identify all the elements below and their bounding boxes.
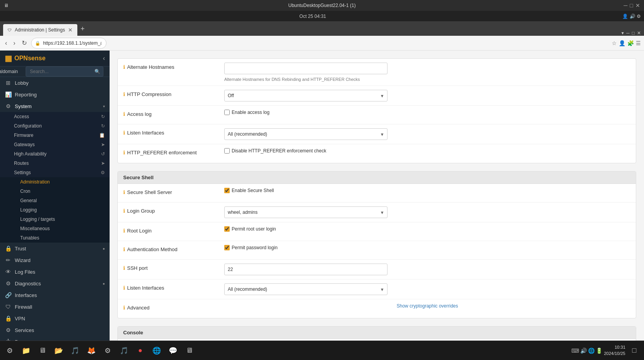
alternate-hostnames-hint: Alternate Hostnames for DNS Rebinding an… — [224, 77, 630, 82]
taskbar-chat-button[interactable]: 💬 — [166, 343, 180, 358]
http-referer-control: Disable HTTP_REFERER enforcement check — [224, 148, 630, 154]
listen-interfaces-info-icon[interactable]: ℹ — [123, 130, 125, 136]
ssh-port-info-icon[interactable]: ℹ — [123, 265, 125, 271]
taskbar-firefox-button[interactable]: 🦊 — [84, 343, 99, 358]
wizard-icon: ✏ — [5, 257, 12, 263]
new-tab-button[interactable]: + — [77, 25, 88, 33]
sidebar-item-access[interactable]: Access ↻ — [0, 112, 110, 121]
taskbar-media-button[interactable]: 🎵 — [117, 343, 131, 358]
sidebar-item-trust[interactable]: 🔒 Trust ● — [0, 243, 110, 254]
taskbar-clock[interactable]: 10:31 2024/10/25 — [604, 344, 625, 357]
taskbar-browser-button[interactable]: 🌐 — [149, 343, 164, 358]
access-log-checkbox[interactable] — [224, 110, 230, 115]
minimize-icon[interactable]: ─ — [624, 2, 628, 9]
address-bar[interactable] — [31, 38, 106, 49]
alternate-hostnames-label-text: Alternate Hostnames — [127, 64, 174, 70]
sidebar-item-gateways[interactable]: Gateways ➤ — [0, 140, 110, 149]
taskbar-music-button[interactable]: 🎵 — [68, 343, 82, 358]
sidebar-item-logging-targets[interactable]: Logging / targets — [0, 215, 110, 224]
http-referer-checkbox[interactable] — [224, 148, 230, 154]
taskbar-monitor-button[interactable]: 🖥 — [182, 343, 197, 358]
sidebar-item-reporting[interactable]: 📊 Reporting — [0, 89, 110, 100]
ssh-port-input[interactable] — [224, 264, 387, 275]
ssh-listen-select[interactable]: All (recommended) LAN — [224, 283, 387, 295]
sidebar-item-settings[interactable]: Settings ⚙ — [0, 168, 110, 177]
show-desktop-button[interactable]: □ — [627, 343, 642, 358]
sidebar-item-interfaces[interactable]: 🔗 Interfaces — [0, 289, 110, 301]
tab-close-button[interactable]: ✕ — [68, 27, 73, 33]
advanced-info-icon[interactable]: ℹ — [123, 305, 125, 311]
forward-button[interactable]: › — [11, 38, 17, 48]
tray-volume-icon[interactable]: 🔊 — [580, 348, 587, 354]
sidebar-item-general[interactable]: General — [0, 196, 110, 205]
sidebar-item-firmware[interactable]: Firmware 📋 — [0, 131, 110, 140]
close-icon[interactable]: ✕ — [635, 2, 640, 9]
sidebar-item-firewall[interactable]: 🛡 Firewall — [0, 301, 110, 313]
sidebar-item-routes[interactable]: Routes ➤ — [0, 159, 110, 168]
tray-network-icon[interactable]: 🌐 — [588, 348, 595, 354]
taskbar-files-button[interactable]: 📁 — [19, 343, 33, 358]
taskbar-apps-button[interactable]: ⚙ — [2, 343, 17, 358]
root-login-checkbox[interactable] — [224, 226, 230, 232]
http-referer-info-icon[interactable]: ℹ — [123, 150, 125, 156]
login-group-row: ℹ Login Group wheel, admins wheel admins — [118, 203, 636, 222]
sidebar-item-miscellaneous[interactable]: Miscellaneous — [0, 224, 110, 233]
ssh-server-info-icon[interactable]: ℹ — [123, 189, 125, 195]
sidebar-item-vpn[interactable]: 🔒 VPN — [0, 313, 110, 324]
sidebar-item-cron[interactable]: Cron — [0, 187, 110, 196]
extensions-icon[interactable]: 🧩 — [627, 40, 634, 46]
auth-method-checkbox[interactable] — [224, 245, 230, 250]
access-log-info-icon[interactable]: ℹ — [123, 111, 125, 117]
root-login-info-icon[interactable]: ℹ — [123, 228, 125, 234]
reload-button[interactable]: ↻ — [20, 38, 29, 48]
minimize-browser-icon[interactable]: ─ — [626, 30, 630, 36]
sidebar-item-services[interactable]: ⚙ Services — [0, 324, 110, 336]
tab-favicon: 🛡 — [8, 28, 12, 32]
sidebar-item-lobby[interactable]: ⊞ Lobby — [0, 77, 110, 89]
close-browser-icon[interactable]: ✕ — [637, 30, 641, 36]
taskbar-folder-button[interactable]: 📂 — [51, 343, 66, 358]
sidebar-item-system[interactable]: ⚙ System ▾ — [0, 100, 110, 112]
vpn-icon: 🔒 — [5, 315, 12, 322]
sidebar-item-diagnostics[interactable]: ⚙ Diagnostics ● — [0, 278, 110, 289]
search-input[interactable] — [26, 66, 103, 77]
alternate-hostnames-input[interactable] — [224, 63, 387, 74]
listen-interfaces-select[interactable]: All (recommended) LAN WAN — [224, 128, 387, 140]
taskbar-terminal-button[interactable]: 🖥 — [35, 343, 50, 358]
restore-browser-icon[interactable]: □ — [632, 30, 635, 36]
show-crypto-button[interactable]: Show cryptographic overrides — [224, 303, 630, 309]
ha-icon: ↺ — [101, 151, 105, 157]
http-compression-info-icon[interactable]: ℹ — [123, 91, 125, 97]
sidebar-item-power[interactable]: ⏻ Power — [0, 336, 110, 341]
taskbar-record-button[interactable]: ● — [133, 343, 148, 358]
sidebar-item-configuration[interactable]: Configuration ↻ — [0, 121, 110, 131]
account-icon[interactable]: 👤 — [619, 40, 625, 46]
http-referer-label: ℹ HTTP_REFERER enforcement — [123, 148, 224, 156]
login-group-select[interactable]: wheel, admins wheel admins — [224, 206, 387, 218]
ssh-listen-label: ℹ Listen Interfaces — [123, 283, 224, 291]
sidebar-item-administration[interactable]: Administration — [0, 177, 110, 187]
sidebar-item-high-availability[interactable]: High Availability ↺ — [0, 149, 110, 159]
log-files-label: Log Files — [15, 269, 35, 275]
auth-method-info-icon[interactable]: ℹ — [123, 246, 125, 252]
maximize-icon[interactable]: □ — [630, 2, 633, 9]
browser-tab-active[interactable]: 🛡 Administration | Settings ✕ — [3, 24, 77, 36]
sidebar-item-logging[interactable]: Logging — [0, 205, 110, 215]
tab-list-icon[interactable]: ▾ — [621, 30, 624, 36]
http-compression-select[interactable]: Off On — [224, 90, 387, 101]
sidebar-toggle-button[interactable]: ‹ — [103, 55, 105, 62]
menu-icon[interactable]: ☰ — [636, 40, 641, 46]
login-group-info-icon[interactable]: ℹ — [123, 208, 125, 214]
back-button[interactable]: ‹ — [3, 38, 9, 48]
sidebar-item-tunables[interactable]: Tunables — [0, 233, 110, 243]
sidebar-item-log-files[interactable]: 👁 Log Files — [0, 266, 110, 278]
tray-keyboard-icon[interactable]: ⌨ — [571, 348, 579, 354]
sidebar-item-wizard[interactable]: ✏ Wizard — [0, 254, 110, 266]
alternate-hostnames-info-icon[interactable]: ℹ — [123, 64, 125, 70]
bookmark-icon[interactable]: ☆ — [612, 40, 617, 46]
taskbar-settings-button[interactable]: ⚙ — [100, 343, 115, 358]
ssh-listen-info-icon[interactable]: ℹ — [123, 285, 125, 291]
access-log-checkbox-label: Enable access log — [232, 110, 269, 115]
ssh-server-checkbox[interactable] — [224, 188, 230, 193]
tray-battery-icon[interactable]: 🔋 — [596, 348, 602, 354]
